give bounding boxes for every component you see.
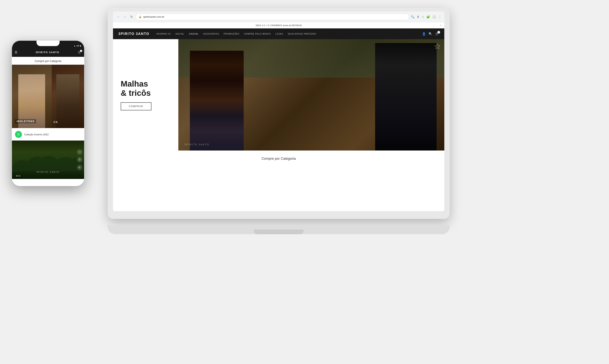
nav-icons: 👤 🔍 🛒 1	[422, 32, 439, 36]
hero-title: Malhas & tricôs	[121, 79, 171, 98]
site-navigation: 3PIRITO 3ANTO INVERNO 22 SOCIAL CASUAL A…	[113, 28, 444, 39]
nav-link-lojas[interactable]: LOJAS	[275, 33, 283, 35]
browser-share-icon[interactable]: ⬆	[417, 15, 419, 19]
sale-bar-text: SALE 1+1 = 3 / CASHBACK acima de R$ 500,…	[256, 24, 302, 26]
phone-video-share-button[interactable]: ⊳	[77, 165, 82, 170]
back-arrow-icon: ←	[117, 15, 120, 19]
phone-category-header: Compre por Categoria	[12, 57, 84, 65]
phone-casual-label: CA	[54, 121, 58, 123]
browser-search-icon[interactable]: 🔍	[411, 15, 415, 19]
browser-url-bar[interactable]: 🔒 spiritosanto.com.br	[136, 14, 409, 20]
browser-chrome: ← → ↻ 🔒 spiritosanto.com.br 🔍 ⬆ ☆ 🧩	[113, 12, 444, 22]
castore-logo-icon	[434, 43, 440, 50]
laptop-notch	[254, 230, 304, 234]
search-icon[interactable]: 🔍	[429, 32, 433, 36]
phone-navigation: ☰ 3PIRITO 3ANTO 🛒 0	[12, 48, 84, 57]
phone-menu-icon[interactable]: ☰	[15, 51, 17, 54]
phone-notch	[37, 41, 60, 46]
phone-logo[interactable]: 3PIRITO 3ANTO	[36, 51, 59, 54]
phone-cart-icon[interactable]: 🛒 0	[78, 51, 81, 54]
hero-scene: 3PIRITO 3ANTO	[178, 39, 444, 151]
whatsapp-symbol: ✆	[17, 133, 20, 136]
browser-action-buttons: 🔍 ⬆ ☆ 🧩 ⬜ ⋮	[411, 15, 441, 19]
whatsapp-icon[interactable]: ✆	[15, 131, 22, 138]
browser-bookmark-icon[interactable]: ☆	[422, 15, 424, 19]
phone-casual-category[interactable]: CA	[52, 65, 84, 128]
nav-link-casual[interactable]: CASUAL	[189, 33, 199, 35]
browser-extensions-icon[interactable]: 🧩	[426, 15, 430, 19]
signal-icon: ▲	[74, 45, 76, 47]
nav-link-acessorios[interactable]: ACESSÓRIOS	[203, 33, 219, 35]
phone-video-actions: ♡ ⏱ ⊳	[77, 149, 82, 170]
site-logo[interactable]: 3PIRITO 3ANTO	[118, 32, 149, 36]
hero-section: Malhas & tricôs COMPRAR	[113, 39, 444, 151]
phone-video-clock-button[interactable]: ⏱	[77, 157, 82, 162]
hero-title-line1: Malhas	[121, 79, 148, 88]
hero-right-person	[375, 43, 437, 151]
phone-category-title: Compre por Categoria	[15, 60, 81, 63]
phone-category-images: ‹MOLETONS CA	[12, 65, 84, 128]
hero-left-panel: Malhas & tricôs COMPRAR	[113, 39, 178, 151]
phone-video-heart-button[interactable]: ♡	[77, 149, 82, 155]
hero-images: 3PIRITO 3ANTO	[178, 39, 444, 151]
phone-moletons-category[interactable]: ‹MOLETONS	[12, 65, 52, 128]
phone-device: ▲ wifi ▮ ☰ 3PIRITO 3ANTO 🛒 0 Compre por …	[12, 40, 84, 186]
browser-forward-button[interactable]: →	[122, 14, 127, 19]
phone-body: ▲ wifi ▮ ☰ 3PIRITO 3ANTO 🛒 0 Compre por …	[12, 40, 84, 186]
refresh-icon: ↻	[130, 15, 133, 19]
account-icon[interactable]: 👤	[422, 32, 426, 36]
phone-video-section[interactable]: 3PIRITO 3ANTO 00:42 ♡ ⏱ ⊳	[12, 141, 84, 179]
forward-arrow-icon: →	[123, 15, 126, 19]
nav-link-promocoes[interactable]: PROMOÇÕES	[224, 33, 239, 35]
phone-video-duration: 00:42	[15, 174, 22, 177]
nav-link-inverno[interactable]: INVERNO 22	[156, 33, 171, 35]
category-section: Compre por Categoria	[113, 151, 444, 167]
browser-refresh-button[interactable]: ↻	[129, 14, 134, 19]
sale-bar: SALE 1+1 = 3 / CASHBACK acima de R$ 500,…	[113, 22, 444, 28]
phone-cart-badge: 0	[80, 50, 82, 52]
sale-bar-close-button[interactable]: ×	[440, 24, 441, 26]
browser-tab-icon[interactable]: ⬜	[433, 15, 436, 19]
casual-person-figure	[56, 74, 79, 128]
hero-left-person	[190, 51, 244, 151]
category-section-title: Compre por Categoria	[121, 157, 437, 161]
nav-link-whats[interactable]: COMPRE PELO WHATS	[244, 33, 271, 35]
laptop-device: ← → ↻ 🔒 spiritosanto.com.br 🔍 ⬆ ☆ 🧩	[108, 8, 450, 234]
phone-collection-section: ✆ Coleção Inverno 2022	[12, 128, 84, 141]
battery-icon: ▮	[80, 45, 81, 47]
phone-status-icons: ▲ wifi ▮	[74, 45, 81, 47]
hero-brand-watermark: 3PIRITO 3ANTO	[185, 143, 209, 146]
browser-back-button[interactable]: ←	[116, 14, 121, 19]
nav-link-social[interactable]: SOCIAL	[176, 33, 184, 35]
nav-link-parceiro[interactable]: SEJA NOSSO PARCEIRO	[288, 33, 316, 35]
phone-video-brand-text: 3PIRITO 3ANTO	[36, 171, 60, 173]
nav-links: INVERNO 22 SOCIAL CASUAL ACESSÓRIOS PROM…	[156, 33, 422, 35]
cart-badge: 1	[437, 31, 440, 34]
cart-icon[interactable]: 🛒 1	[435, 32, 439, 36]
lock-icon: 🔒	[138, 15, 142, 18]
wifi-icon: wifi	[77, 45, 79, 47]
hero-buy-button[interactable]: COMPRAR	[121, 102, 151, 110]
hero-title-line2: & tricôs	[121, 89, 151, 98]
laptop-screen: ← → ↻ 🔒 spiritosanto.com.br 🔍 ⬆ ☆ 🧩	[113, 12, 444, 211]
laptop-base	[108, 225, 450, 234]
url-text: spiritosanto.com.br	[143, 15, 164, 18]
mountain-silhouette	[12, 152, 84, 171]
laptop-body: ← → ↻ 🔒 spiritosanto.com.br 🔍 ⬆ ☆ 🧩	[108, 8, 450, 219]
browser-menu-icon[interactable]: ⋮	[438, 15, 441, 19]
phone-moletons-label: ‹MOLETONS	[15, 119, 36, 123]
phone-collection-text: Coleção Inverno 2022	[24, 133, 49, 136]
website-content: SALE 1+1 = 3 / CASHBACK acima de R$ 500,…	[113, 22, 444, 211]
phone-screen: ▲ wifi ▮ ☰ 3PIRITO 3ANTO 🛒 0 Compre por …	[12, 41, 84, 186]
